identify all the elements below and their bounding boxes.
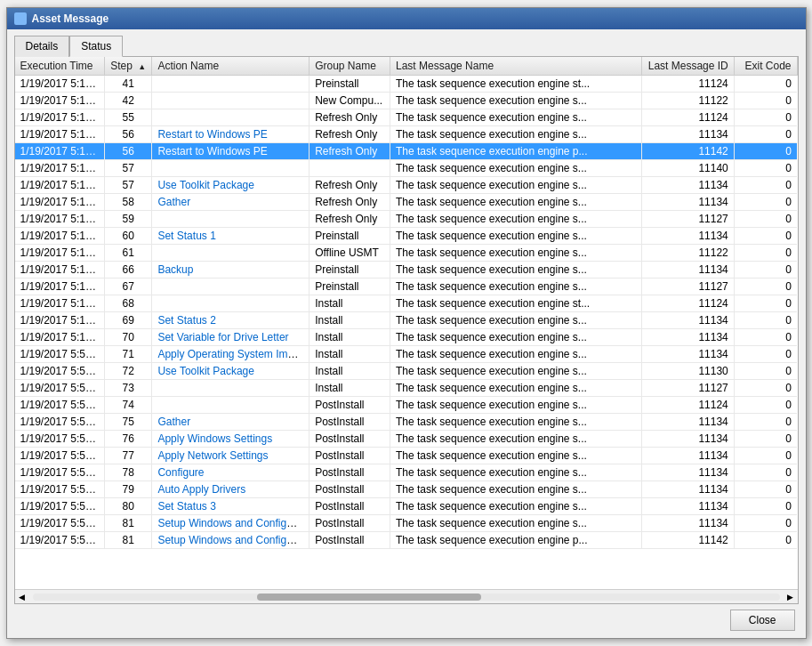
col-header-last-message-id[interactable]: Last Message ID (641, 57, 734, 76)
cell-group_name: PostInstall (310, 414, 390, 431)
scroll-left-button[interactable]: ◀ (15, 590, 29, 604)
table-row[interactable]: 1/19/2017 5:19...70Set Variable for Driv… (15, 329, 798, 346)
table-row[interactable]: 1/19/2017 5:14...41PreinstallThe task se… (15, 76, 798, 93)
col-header-group-name[interactable]: Group Name (310, 57, 390, 76)
window-title: Asset Message (32, 12, 109, 25)
table-row[interactable]: 1/19/2017 5:14...55Refresh OnlyThe task … (15, 109, 798, 126)
cell-exec_time: 1/19/2017 5:50... (15, 448, 105, 464)
table-row[interactable]: 1/19/2017 5:14...56Restart to Windows PE… (15, 126, 798, 143)
cell-exec_time: 1/19/2017 5:50... (15, 498, 105, 515)
table-row[interactable]: 1/19/2017 5:19...57Use Toolkit PackageRe… (15, 177, 798, 194)
col-header-exec-time[interactable]: Execution Time (15, 57, 105, 76)
cell-step: 57 (104, 160, 151, 177)
cell-group_name: Refresh Only (310, 211, 390, 228)
cell-exit_code: 0 (734, 211, 797, 228)
scroll-right-button[interactable]: ▶ (784, 590, 798, 604)
cell-last_message_id: 11134 (641, 498, 734, 515)
horizontal-scrollbar[interactable]: ◀ ▶ (15, 589, 798, 603)
cell-last_message_name: The task sequence execution engine s... (390, 177, 642, 194)
table-row[interactable]: 1/19/2017 5:50...74PostInstallThe task s… (15, 397, 798, 414)
table-row[interactable]: 1/19/2017 5:14...42New Compu...The task … (15, 93, 798, 109)
cell-exit_code: 0 (734, 143, 797, 160)
close-button[interactable]: Close (730, 610, 795, 631)
table-row[interactable]: 1/19/2017 5:19...59Refresh OnlyThe task … (15, 211, 798, 228)
asset-message-window: Asset Message Details Status Execution T… (6, 7, 807, 639)
cell-last_message_name: The task sequence execution engine s... (390, 481, 642, 498)
table-row[interactable]: 1/19/2017 5:19...61Offline USMTThe task … (15, 245, 798, 262)
cell-last_message_name: The task sequence execution engine p... (390, 143, 642, 160)
table-row[interactable]: 1/19/2017 5:51...81Setup Windows and Con… (15, 532, 798, 549)
cell-last_message_id: 11134 (641, 515, 734, 532)
cell-exit_code: 0 (734, 194, 797, 211)
cell-action_name: Gather (152, 414, 310, 431)
cell-group_name: Preinstall (310, 228, 390, 245)
cell-last_message_id: 11134 (641, 177, 734, 194)
cell-last_message_id: 11140 (641, 160, 734, 177)
cell-action_name (152, 93, 310, 109)
cell-step: 42 (104, 93, 151, 109)
cell-last_message_id: 11127 (641, 279, 734, 295)
cell-action_name (152, 109, 310, 126)
table-row[interactable]: 1/19/2017 5:19...58GatherRefresh OnlyThe… (15, 194, 798, 211)
cell-step: 77 (104, 448, 151, 464)
cell-last_message_id: 11134 (641, 329, 734, 346)
scroll-track[interactable] (33, 594, 780, 601)
table-row[interactable]: 1/19/2017 5:19...67PreinstallThe task se… (15, 279, 798, 295)
table-row[interactable]: 1/19/2017 5:19...60Set Status 1Preinstal… (15, 228, 798, 245)
col-header-exit-code[interactable]: Exit Code (734, 57, 797, 76)
table-row[interactable]: 1/19/2017 5:50...71Apply Operating Syste… (15, 346, 798, 363)
table-row[interactable]: 1/19/2017 5:16...56Restart to Windows PE… (15, 143, 798, 160)
window-content: Details Status Execution Time Step ▲ (7, 29, 806, 638)
table-row[interactable]: 1/19/2017 5:50...75GatherPostInstallThe … (15, 414, 798, 431)
cell-exit_code: 0 (734, 126, 797, 143)
table-row[interactable]: 1/19/2017 5:50...78ConfigurePostInstallT… (15, 464, 798, 481)
cell-last_message_id: 11134 (641, 431, 734, 448)
table-row[interactable]: 1/19/2017 5:19...69Set Status 2InstallTh… (15, 312, 798, 329)
col-header-step[interactable]: Step ▲ (104, 57, 151, 76)
cell-last_message_id: 11134 (641, 464, 734, 481)
table-wrapper[interactable]: Execution Time Step ▲ Action Name Group … (15, 57, 798, 589)
cell-group_name: Refresh Only (310, 109, 390, 126)
cell-exit_code: 0 (734, 464, 797, 481)
col-header-action-name[interactable]: Action Name (152, 57, 310, 76)
table-row[interactable]: 1/19/2017 5:50...79Auto Apply DriversPos… (15, 481, 798, 498)
cell-last_message_name: The task sequence execution engine p... (390, 532, 642, 549)
table-row[interactable]: 1/19/2017 5:50...76Apply Windows Setting… (15, 431, 798, 448)
cell-step: 57 (104, 177, 151, 194)
cell-exit_code: 0 (734, 93, 797, 109)
table-row[interactable]: 1/19/2017 5:51...81Setup Windows and Con… (15, 515, 798, 532)
cell-group_name: Preinstall (310, 76, 390, 93)
cell-last_message_id: 11122 (641, 93, 734, 109)
cell-group_name: Install (310, 346, 390, 363)
table-row[interactable]: 1/19/2017 5:50...73InstallThe task seque… (15, 380, 798, 397)
cell-action_name (152, 76, 310, 93)
cell-exit_code: 0 (734, 262, 797, 279)
window-icon (14, 12, 27, 25)
table-row[interactable]: 1/19/2017 5:18...57The task sequence exe… (15, 160, 798, 177)
table-row[interactable]: 1/19/2017 5:50...77Apply Network Setting… (15, 448, 798, 464)
data-table: Execution Time Step ▲ Action Name Group … (15, 57, 798, 549)
cell-exec_time: 1/19/2017 5:19... (15, 194, 105, 211)
cell-exit_code: 0 (734, 312, 797, 329)
title-bar: Asset Message (7, 8, 806, 29)
tab-details[interactable]: Details (14, 36, 70, 57)
cell-last_message_id: 11134 (641, 414, 734, 431)
cell-exit_code: 0 (734, 76, 797, 93)
cell-exec_time: 1/19/2017 5:16... (15, 143, 105, 160)
tab-status[interactable]: Status (69, 36, 123, 57)
cell-last_message_id: 11122 (641, 245, 734, 262)
cell-group_name: PostInstall (310, 532, 390, 549)
cell-last_message_name: The task sequence execution engine s... (390, 363, 642, 380)
cell-exec_time: 1/19/2017 5:14... (15, 93, 105, 109)
cell-exec_time: 1/19/2017 5:19... (15, 312, 105, 329)
table-row[interactable]: 1/19/2017 5:50...72Use Toolkit PackageIn… (15, 363, 798, 380)
cell-step: 81 (104, 515, 151, 532)
table-row[interactable]: 1/19/2017 5:19...66BackupPreinstallThe t… (15, 262, 798, 279)
table-row[interactable]: 1/19/2017 5:19...68InstallThe task seque… (15, 295, 798, 312)
table-row[interactable]: 1/19/2017 5:50...80Set Status 3PostInsta… (15, 498, 798, 515)
scroll-thumb[interactable] (257, 594, 481, 601)
col-header-last-message-name[interactable]: Last Message Name (390, 57, 642, 76)
cell-exec_time: 1/19/2017 5:19... (15, 177, 105, 194)
cell-action_name: Configure (152, 464, 310, 481)
cell-group_name: PostInstall (310, 515, 390, 532)
